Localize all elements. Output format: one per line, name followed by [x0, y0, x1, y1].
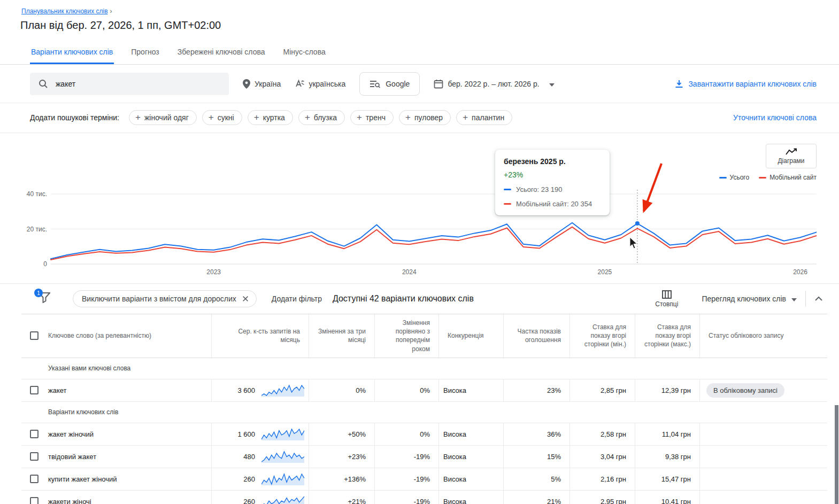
add-term-chip[interactable]: +сукні: [202, 110, 242, 125]
checkbox-cell: [21, 379, 44, 401]
tooltip-series-label: Усього: 23 190: [516, 185, 563, 193]
volume-value: 3 600: [237, 386, 255, 394]
add-filter-button[interactable]: Додати фільтр: [272, 294, 322, 303]
download-button[interactable]: Завантажити варіанти ключових слів: [674, 79, 817, 89]
bid-low-cell: 3,04 грн: [569, 446, 635, 468]
filter-funnel-icon[interactable]: 1: [39, 292, 51, 305]
breadcrumb: Планувальник ключових слів›: [0, 0, 839, 15]
sparkline-chart: [261, 471, 304, 486]
legend-item[interactable]: Мобільний сайт: [759, 174, 817, 181]
table-row: твідовий жакет480+23%-19%Висока15%3,04 г…: [21, 446, 827, 468]
term-chip-label: тренч: [366, 113, 386, 122]
x-axis-tick: 2023: [206, 268, 221, 276]
add-term-chip[interactable]: +пуловер: [399, 110, 451, 125]
yoy-change-cell: -19%: [374, 491, 438, 504]
network-value: Google: [386, 80, 410, 88]
x-axis-tick: 2025: [598, 268, 612, 276]
three-month-change-cell: +21%: [309, 491, 374, 504]
bid-high-cell: 9,38 грн: [635, 446, 699, 468]
charts-button[interactable]: Діаграми: [766, 144, 817, 168]
bid-low-cell: 2,16 грн: [569, 468, 635, 490]
location-selector[interactable]: Україна: [243, 79, 281, 89]
refine-keywords-link[interactable]: Уточнити ключові слова: [733, 113, 817, 122]
impression-share-cell: 36%: [503, 423, 569, 445]
add-term-chip[interactable]: +палантин: [456, 110, 512, 125]
tab-1[interactable]: Варіанти ключових слів: [30, 42, 114, 64]
keyword-cell: купити жакет жіночий: [44, 468, 211, 490]
volume-value: 260: [243, 475, 255, 483]
add-term-chip[interactable]: +жіночий одяг: [129, 110, 197, 125]
collapse-chevron-icon[interactable]: [814, 296, 823, 301]
date-range-value: бер. 2022 р. – лют. 2026 р.: [448, 80, 539, 88]
add-term-chip[interactable]: +куртка: [248, 110, 293, 125]
filter-chip[interactable]: Виключити варіанти з вмістом для доросли…: [73, 290, 257, 307]
sparkline-chart: [261, 494, 304, 504]
column-header: Ставка для показу вгорі сторінки (макс.): [635, 314, 699, 358]
row-checkbox[interactable]: [30, 475, 39, 483]
tab-3[interactable]: Збережені ключові слова: [176, 42, 266, 64]
tab-2[interactable]: Прогноз: [130, 42, 160, 64]
table-row: жакети жіночі260+21%-19%Висока21%2,95 гр…: [21, 491, 827, 504]
select-all-checkbox[interactable]: [30, 331, 39, 340]
scrollbar[interactable]: [835, 405, 838, 504]
plus-icon: +: [209, 114, 214, 121]
term-chip-label: сукні: [218, 113, 234, 122]
volume-cell: 3 600: [211, 379, 309, 401]
volume-value: 260: [243, 498, 255, 504]
volume-cell: 260: [211, 491, 309, 504]
status-cell: [699, 423, 827, 445]
bid-high-cell: 11,04 грн: [635, 423, 699, 445]
columns-icon: [662, 290, 672, 299]
chart-tooltip: березень 2025 р. +23% Усього: 23 190Мобі…: [495, 150, 610, 215]
column-header: Сер. к-сть запитів на місяць: [211, 314, 309, 358]
add-term-chip[interactable]: +блузка: [298, 110, 345, 125]
three-month-change-cell: +23%: [309, 446, 374, 468]
add-term-chip[interactable]: +тренч: [350, 110, 394, 125]
highlighted-point: [635, 221, 640, 226]
row-checkbox[interactable]: [30, 452, 39, 461]
column-header: Конкуренція: [438, 314, 503, 358]
annotation-arrow: [644, 164, 661, 211]
checkbox-cell: [21, 491, 44, 504]
keyword-cell: жакет: [44, 379, 211, 401]
tooltip-color-dash: [504, 189, 511, 190]
impression-share-cell: 5%: [503, 468, 569, 490]
legend-item[interactable]: Усього: [719, 174, 750, 181]
three-month-change-cell: +50%: [309, 423, 374, 445]
row-checkbox[interactable]: [30, 430, 39, 438]
three-month-change-cell: +136%: [309, 468, 374, 490]
available-keywords-count: Доступні 42 варіанти ключових слів: [333, 294, 474, 304]
term-chip-label: жіночий одяг: [144, 113, 189, 122]
remove-filter-icon[interactable]: [242, 295, 249, 303]
keyword-view-label: Перегляд ключових слів: [702, 294, 786, 303]
plus-icon: +: [405, 114, 411, 121]
table-section-header: Указані вами ключові слова: [21, 358, 827, 379]
language-selector[interactable]: українська: [295, 79, 345, 89]
impression-share-cell: 23%: [503, 379, 569, 401]
volume-cell: 260: [211, 468, 309, 490]
columns-button[interactable]: Стовпці: [655, 290, 678, 308]
table-row: жакет3 6000%0%Висока23%2,85 грн12,39 грн…: [21, 379, 827, 402]
competition-cell: Висока: [438, 379, 503, 401]
competition-cell: Висока: [438, 491, 503, 504]
keyword-view-selector[interactable]: Перегляд ключових слів: [702, 294, 797, 303]
term-chip-label: пуловер: [414, 113, 443, 122]
plus-icon: +: [305, 114, 310, 121]
filter-chip-label: Виключити варіанти з вмістом для доросли…: [82, 294, 236, 303]
network-selector[interactable]: Google: [359, 72, 420, 96]
search-input[interactable]: жакет: [30, 73, 229, 95]
table-row: жакет жіночий1 600+50%0%Висока36%2,58 гр…: [21, 423, 827, 446]
tab-4[interactable]: Мінус-слова: [282, 42, 327, 64]
breadcrumb-link[interactable]: Планувальник ключових слів: [21, 7, 108, 15]
bid-high-cell: 15,47 грн: [635, 468, 699, 490]
y-axis-tick: 20 тис.: [27, 226, 47, 233]
row-checkbox[interactable]: [30, 386, 39, 394]
legend-color-dash: [759, 177, 766, 179]
column-header: Статус облікового запису: [699, 314, 827, 358]
term-chip-list: +жіночий одяг+сукні+куртка+блузка+тренч+…: [129, 110, 512, 125]
row-checkbox[interactable]: [30, 497, 39, 504]
date-range-selector[interactable]: бер. 2022 р. – лют. 2026 р.: [434, 79, 554, 89]
yoy-change-cell: -19%: [374, 468, 438, 490]
page-title: План від бер. 27, 2026, 1 пп, GMT+02:00: [20, 19, 839, 32]
trend-chart[interactable]: 40 тис.20 тис.02023202420252026: [21, 133, 817, 284]
